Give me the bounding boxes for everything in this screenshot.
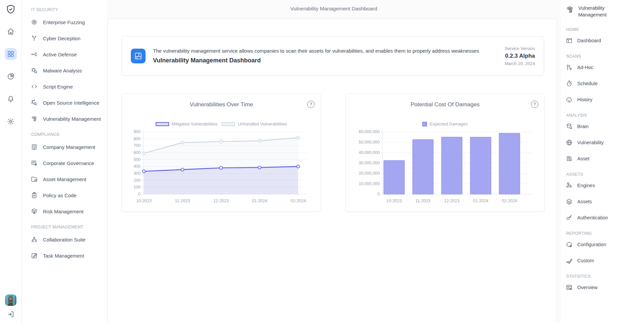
- sidebar-item-open-source-intelligence[interactable]: Open Source Intelligence: [31, 95, 107, 111]
- sidebar-item-label: Malware Analysis: [43, 68, 82, 73]
- nav-section-assets: ASSETSEnginesAssetsAuthentication: [566, 167, 644, 226]
- bell-icon: [7, 95, 15, 103]
- nav-section-header: HOME: [566, 18, 644, 33]
- doc-search-icon: [566, 155, 573, 162]
- svg-text:12-2023: 12-2023: [213, 199, 229, 203]
- database-search-icon: [566, 123, 573, 130]
- rail-home-button[interactable]: [5, 25, 17, 38]
- legend-label: Expected Damages: [430, 121, 468, 126]
- legend-item-mitigated-vulnerabilities[interactable]: Mitigated Vulnerabilities: [156, 121, 218, 126]
- sidebar-item-overview[interactable]: Overview: [566, 279, 644, 295]
- nav-section-header: ASSETS: [566, 167, 644, 177]
- sidebar-item-configuration[interactable]: Configuration: [566, 236, 644, 253]
- help-icon[interactable]: ?: [307, 101, 315, 108]
- help-icon[interactable]: ?: [531, 101, 538, 108]
- left-sidebar: IT SECURITYEnterprise FuzzingCyber Decep…: [22, 0, 107, 323]
- nav-section-statistics: STATISTICSOverview: [566, 269, 644, 295]
- svg-text:10-2023: 10-2023: [386, 199, 402, 203]
- legend-label: Unhandled Vulnerabilities: [238, 121, 287, 126]
- service-info-card: The vulnerability management service all…: [122, 36, 544, 75]
- service-version-block: Service Version 0.2.3 Alpha March 20, 20…: [505, 46, 535, 66]
- building-icon: [31, 143, 38, 151]
- sidebar-item-label: Corporate Governance: [43, 160, 94, 166]
- sidebar-item-label: Configuration: [577, 242, 606, 247]
- svg-text:01-2024: 01-2024: [473, 199, 488, 203]
- sidebar-item-engines[interactable]: Engines: [566, 177, 644, 194]
- svg-text:700: 700: [133, 143, 141, 148]
- rail-nav: [5, 25, 17, 127]
- logout-icon[interactable]: [5, 308, 17, 320]
- users-icon: [31, 236, 38, 243]
- svg-text:900: 900: [133, 129, 141, 134]
- legend-label: Mitigated Vulnerabilities: [172, 121, 218, 126]
- svg-text:200: 200: [133, 178, 141, 183]
- layers-icon: [566, 198, 573, 205]
- sidebar-item-brain[interactable]: Brain: [566, 118, 644, 134]
- sidebar-item-label: Cyber Deception: [43, 36, 80, 41]
- sidebar-item-vulnerability[interactable]: Vulnerability: [566, 134, 644, 151]
- sidebar-item-script-engine[interactable]: Script Engine: [31, 78, 107, 95]
- fingerprint-icon: [31, 115, 38, 122]
- legend-item-expected-damages[interactable]: Expected Damages: [422, 121, 468, 126]
- sidebar-item-malware-analysis[interactable]: Malware Analysis: [31, 62, 107, 78]
- user-avatar[interactable]: [5, 294, 16, 306]
- app-logo-shield-icon: [5, 4, 16, 15]
- home-icon: [7, 28, 15, 36]
- sidebar-item-vulnerability-management[interactable]: Vulnerability Management: [31, 111, 107, 127]
- nav-section-header: IT SECURITY: [31, 0, 107, 14]
- svg-text:400: 400: [133, 164, 141, 169]
- sidebar-item-authentication[interactable]: Authentication: [566, 210, 644, 226]
- sidebar-item-task-management[interactable]: Task Management: [31, 248, 107, 264]
- dashboard-tile-icon: [131, 49, 146, 63]
- rail-gear-button[interactable]: [5, 115, 17, 127]
- svg-text:30,000,000: 30,000,000: [359, 161, 380, 165]
- sidebar-item-risk-management[interactable]: Risk Management: [31, 203, 107, 219]
- flow-icon: [31, 51, 38, 58]
- nav-section-header: COMPLIANCE: [31, 127, 107, 139]
- sidebar-item-custom[interactable]: Custom: [566, 253, 644, 269]
- svg-text:50,000,000: 50,000,000: [359, 140, 380, 145]
- sidebar-item-active-defense[interactable]: Active Defense: [31, 46, 107, 62]
- nav-section-project-management: PROJECT MANAGEMENTCollaboration SuiteTas…: [31, 219, 107, 264]
- sidebar-item-cyber-deception[interactable]: Cyber Deception: [31, 30, 107, 46]
- sidebar-item-label: Task Management: [43, 253, 84, 259]
- fingerprint-icon: [566, 5, 574, 14]
- sidebar-item-asset-management[interactable]: Asset Management: [31, 171, 107, 187]
- flag-gear-icon: [566, 64, 573, 71]
- svg-text:01-2024: 01-2024: [252, 199, 267, 203]
- svg-text:0: 0: [377, 192, 380, 197]
- nav-section-header: ANALYSIS: [566, 108, 644, 118]
- page-title: Vulnerability Management Dashboard: [107, 6, 561, 12]
- sidebar-item-policy-as-code[interactable]: Policy as Code: [31, 187, 107, 203]
- key-icon: [566, 214, 573, 221]
- nav-section-header: REPORTING: [566, 226, 644, 236]
- sidebar-item-ad-hoc[interactable]: Ad-Hoc: [566, 59, 644, 75]
- legend-swatch: [222, 122, 235, 126]
- svg-text:0: 0: [138, 192, 141, 197]
- sidebar-item-collaboration-suite[interactable]: Collaboration Suite: [31, 231, 107, 248]
- rail-pie-button[interactable]: [5, 70, 17, 83]
- sidebar-item-dashboard[interactable]: Dashboard: [566, 33, 644, 49]
- sidebar-item-label: Vulnerability: [577, 140, 603, 145]
- left-icon-rail: [0, 0, 21, 323]
- sidebar-item-company-management[interactable]: Company Management: [31, 139, 107, 155]
- sidebar-item-asset[interactable]: Asset: [566, 151, 644, 167]
- sidebar-item-enterprise-fuzzing[interactable]: Enterprise Fuzzing: [31, 14, 107, 30]
- svg-text:800: 800: [133, 137, 141, 141]
- sidebar-item-corporate-governance[interactable]: Corporate Governance: [31, 155, 107, 171]
- sidebar-item-label: Asset: [577, 156, 589, 161]
- sidebar-item-label: History: [577, 97, 592, 102]
- right-sidebar-title: Vulnerability Management: [578, 5, 612, 18]
- sidebar-item-label: Collaboration Suite: [43, 237, 86, 243]
- chart-window-icon: [566, 284, 573, 291]
- rail-bottom: [5, 294, 17, 320]
- sidebar-item-assets[interactable]: Assets: [566, 194, 644, 210]
- rail-grid-button[interactable]: [5, 48, 17, 60]
- sidebar-item-schedule[interactable]: Schedule: [566, 75, 644, 92]
- rail-bell-button[interactable]: [5, 93, 17, 105]
- sidebar-item-label: Custom: [577, 258, 594, 263]
- legend-item-unhandled-vulnerabilities[interactable]: Unhandled Vulnerabilities: [222, 121, 287, 126]
- sidebar-item-label: Script Engine: [43, 84, 73, 90]
- svg-text:10,000,000: 10,000,000: [359, 181, 380, 186]
- sidebar-item-history[interactable]: History: [566, 92, 644, 108]
